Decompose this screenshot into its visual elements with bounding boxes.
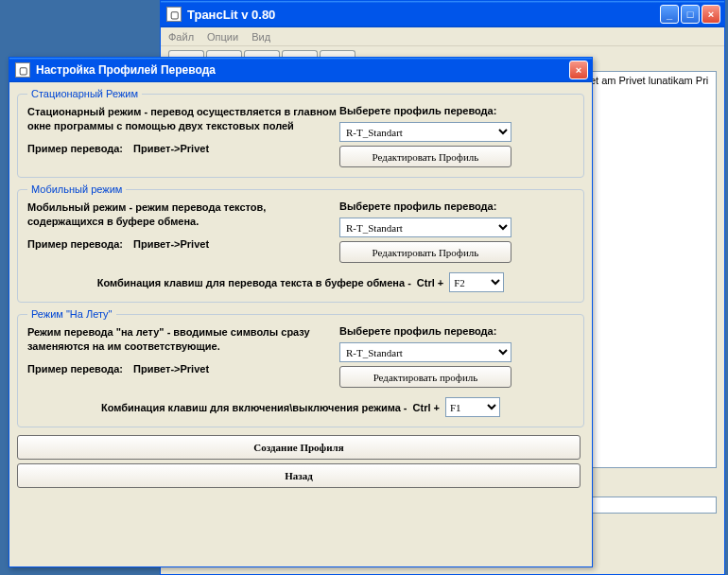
stationary-edit-button[interactable]: Редактировать Профиль <box>339 146 511 167</box>
minimize-button[interactable]: _ <box>660 5 679 24</box>
stationary-profile-select[interactable]: R-T_Standart <box>339 122 511 142</box>
onfly-example-label: Пример перевода: <box>27 363 123 375</box>
onfly-legend: Режим "На Лету" <box>27 308 116 320</box>
mobile-edit-button[interactable]: Редактировать Профиль <box>339 241 511 263</box>
maximize-button[interactable]: □ <box>681 5 700 24</box>
close-button[interactable]: × <box>702 5 720 24</box>
dialog-titlebar: ▢ Настройка Профилей Перевода × <box>9 58 592 82</box>
main-title: ТрансLit v 0.80 <box>187 8 275 22</box>
onfly-hotkey-label: Комбинация клавиш для включения\выключен… <box>101 402 407 413</box>
dialog-title: Настройка Профилей Перевода <box>36 63 216 77</box>
onfly-select-label: Выберете профиль перевода: <box>339 325 574 337</box>
stationary-example-label: Пример перевода: <box>27 143 123 154</box>
mobile-hotkey-select[interactable]: F2 <box>449 272 504 292</box>
create-profile-button[interactable]: Создание Профиля <box>17 435 581 460</box>
onfly-group: Режим "На Лету" Режим перевода "на лету"… <box>17 308 584 427</box>
stationary-select-label: Выберете профиль перевода: <box>339 105 574 116</box>
app-icon: ▢ <box>166 7 182 22</box>
mobile-example-value: Привет->Privet <box>133 238 209 250</box>
mobile-select-label: Выберете профиль перевода: <box>339 200 574 212</box>
main-titlebar: ▢ ТрансLit v 0.80 _ □ × <box>161 1 724 27</box>
onfly-hotkey-select[interactable]: F1 <box>445 397 500 417</box>
stationary-group: Стационарный Режим Стационарный режим - … <box>17 88 584 178</box>
mobile-profile-select[interactable]: R-T_Standart <box>339 218 511 237</box>
menu-file[interactable]: Файл <box>168 31 194 43</box>
stationary-legend: Стационарный Режим <box>27 88 142 99</box>
stationary-desc: Стационарный режим - перевод осуществляе… <box>27 105 339 133</box>
profiles-dialog: ▢ Настройка Профилей Перевода × Стациона… <box>9 57 593 567</box>
back-button[interactable]: Назад <box>17 463 581 488</box>
mobile-example-label: Пример перевода: <box>27 238 123 250</box>
onfly-desc: Режим перевода "на лету" - вводимые симв… <box>27 325 339 354</box>
mobile-hotkey-label: Комбинация клавиш для перевода текста в … <box>97 277 411 288</box>
stationary-example-value: Привет->Privet <box>133 143 209 154</box>
dialog-icon: ▢ <box>15 62 30 78</box>
mobile-ctrl-label: Ctrl + <box>417 277 443 288</box>
mobile-legend: Мобильный режим <box>27 183 126 195</box>
dialog-close-button[interactable]: × <box>569 61 588 79</box>
onfly-example-value: Привет->Privet <box>133 363 209 375</box>
onfly-edit-button[interactable]: Редактировать профиль <box>339 366 511 388</box>
onfly-ctrl-label: Ctrl + <box>413 402 440 413</box>
onfly-profile-select[interactable]: R-T_Standart <box>339 342 511 362</box>
mobile-group: Мобильный режим Мобильный режим - режим … <box>17 183 584 303</box>
menubar: Файл Опции Вид <box>161 27 724 46</box>
menu-options[interactable]: Опции <box>207 31 238 43</box>
menu-view[interactable]: Вид <box>251 31 270 43</box>
mobile-desc: Мобильный режим - режим перевода текстов… <box>27 200 339 229</box>
